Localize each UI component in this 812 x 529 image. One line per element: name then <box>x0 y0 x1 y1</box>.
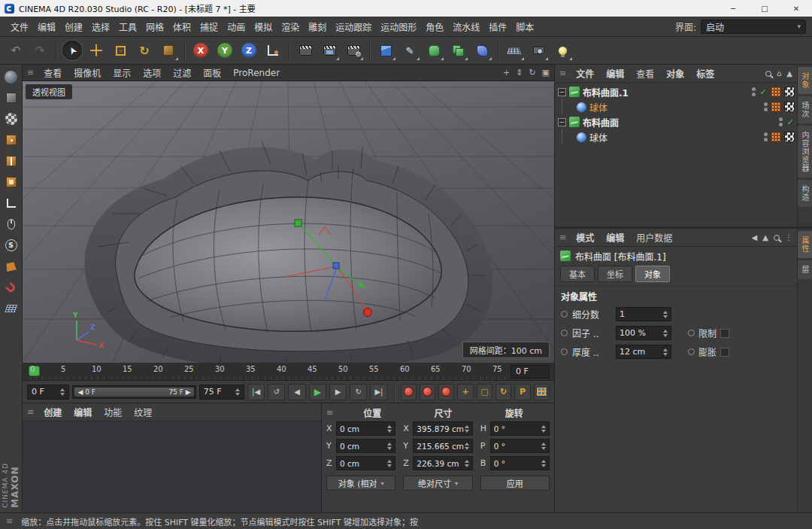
maximize-button[interactable]: □ <box>749 0 780 17</box>
object-label[interactable]: 球体 <box>589 101 607 114</box>
current-frame-spinner[interactable]: 0 F <box>27 385 69 400</box>
om-menu-file[interactable]: 文件 <box>570 65 600 81</box>
menu-character[interactable]: 角色 <box>421 18 448 35</box>
menu-snap[interactable]: 捕捉 <box>195 18 223 35</box>
menu-sculpt[interactable]: 雕刻 <box>304 18 331 35</box>
tab-objects[interactable]: 对象 <box>798 67 812 94</box>
material-list-area[interactable] <box>23 421 321 512</box>
menu-motion-tracker[interactable]: 运动跟踪 <box>331 18 376 35</box>
cloth-tag-icon[interactable] <box>771 132 781 142</box>
model-mode-button[interactable] <box>2 89 21 107</box>
points-mode-button[interactable] <box>2 131 21 149</box>
vp-menu-prorender[interactable]: ProRender <box>227 66 286 80</box>
position-x-field[interactable]: 0 cm <box>336 421 395 436</box>
goto-next-key-button[interactable]: ↻ <box>350 384 367 400</box>
tab-layers[interactable]: 层 <box>798 260 812 279</box>
object-label[interactable]: 布料曲面.1 <box>583 86 629 99</box>
collapse-icon[interactable]: − <box>558 118 566 126</box>
viewport-zoom-icon[interactable]: ⇕ <box>516 68 523 78</box>
up-icon[interactable]: ▲ <box>786 69 792 78</box>
rotation-h-field[interactable]: 0 ° <box>490 421 550 436</box>
vp-menu-display[interactable]: 显示 <box>107 65 137 81</box>
viewport-pan-icon[interactable]: + <box>503 68 510 78</box>
deformer-button[interactable] <box>471 39 493 62</box>
axis-y-lock-button[interactable]: Y <box>214 39 236 62</box>
menu-plugins[interactable]: 插件 <box>484 18 511 35</box>
workplane-button[interactable] <box>2 257 21 275</box>
vp-menu-options[interactable]: 选项 <box>137 65 167 81</box>
apply-button[interactable]: 应用 <box>480 476 550 491</box>
size-mode-dropdown[interactable]: 绝对尺寸▾ <box>403 476 472 491</box>
render-view-button[interactable] <box>294 39 317 62</box>
key-scale-toggle[interactable]: ▢ <box>477 384 492 400</box>
tab-attributes[interactable]: 属性 <box>798 231 812 258</box>
play-button[interactable]: ▶ <box>309 384 326 400</box>
om-menu-objects[interactable]: 对象 <box>660 65 690 81</box>
om-menu-edit[interactable]: 编辑 <box>600 65 630 81</box>
rotate-tool-button[interactable]: ↻ <box>133 39 156 62</box>
rotation-b-field[interactable]: 0 ° <box>490 456 550 470</box>
coordinate-system-button[interactable] <box>262 39 284 62</box>
interface-select[interactable]: 启动 ▾ <box>701 20 806 34</box>
enable-snap-button[interactable]: S <box>2 236 21 254</box>
panel-grip-icon[interactable]: ≡ <box>27 407 34 417</box>
search-icon[interactable] <box>774 235 780 241</box>
om-menu-view[interactable]: 查看 <box>630 65 660 81</box>
om-menu-tags[interactable]: 标签 <box>690 65 720 81</box>
viewport-canvas[interactable]: Y X Z 透视视图 网格间距：100 cm <box>23 81 554 363</box>
live-selection-button[interactable]: ➤ <box>61 39 83 62</box>
collider-tag-icon[interactable] <box>784 87 795 97</box>
lock-workplane-button[interactable] <box>2 278 21 296</box>
menu-create[interactable]: 创建 <box>60 18 87 35</box>
home-icon[interactable]: ⌂ <box>777 69 781 78</box>
am-menu-userdata[interactable]: 用户数据 <box>630 230 678 245</box>
viewport-solo-button[interactable] <box>2 215 21 233</box>
coord-mode-dropdown[interactable]: 对象 (相对▾ <box>326 476 395 491</box>
panel-grip-icon[interactable]: ≡ <box>326 408 333 418</box>
menu-edit[interactable]: 编辑 <box>33 18 60 35</box>
frame-range-slider[interactable]: ◀ 0 F 75 F ▶ <box>72 385 195 399</box>
gizmo-z-handle[interactable] <box>333 263 339 269</box>
panel-grip-icon[interactable]: ≡ <box>27 68 34 78</box>
keyframe-selection-record-button[interactable] <box>438 384 454 400</box>
object-row-sphere-1[interactable]: 球体 <box>555 99 797 114</box>
gizmo-x-handle[interactable] <box>364 309 372 317</box>
menu-render[interactable]: 渲染 <box>277 18 304 35</box>
visibility-dots[interactable] <box>752 87 756 96</box>
goto-prev-key-button[interactable]: ↺ <box>268 384 285 400</box>
visibility-dots[interactable] <box>764 102 768 111</box>
tab-takes[interactable]: 场次 <box>798 96 812 123</box>
limit-checkbox[interactable] <box>720 329 729 338</box>
move-tool-button[interactable] <box>85 39 108 62</box>
animation-dot-icon[interactable] <box>688 348 695 355</box>
menu-mesh[interactable]: 网格 <box>141 18 168 35</box>
mat-menu-create[interactable]: 创建 <box>38 404 68 420</box>
goto-start-button[interactable]: |◀ <box>247 384 265 400</box>
ruler-frame-field[interactable]: 0 F <box>511 365 550 379</box>
tab-content-browser[interactable]: 内容浏览器 <box>798 126 812 178</box>
last-tool-button[interactable] <box>157 39 180 62</box>
axis-x-lock-button[interactable]: X <box>189 39 212 62</box>
position-z-field[interactable]: 0 cm <box>336 456 395 470</box>
camera-button[interactable] <box>527 39 550 62</box>
animation-dot-icon[interactable] <box>561 311 568 318</box>
polygons-mode-button[interactable] <box>2 173 21 191</box>
timeline-ticks[interactable]: 0 5 10 15 20 25 30 35 40 45 50 55 60 65 … <box>27 363 506 380</box>
menu-animate[interactable]: 动画 <box>223 18 250 35</box>
spline-pen-button[interactable]: ✎ <box>398 39 421 62</box>
panel-grip-icon[interactable]: ≡ <box>559 233 566 242</box>
generator-array-button[interactable] <box>447 39 469 62</box>
enabled-check-icon[interactable]: ✓ <box>759 87 768 97</box>
goto-prev-frame-button[interactable]: ◀ <box>288 384 305 400</box>
subdivision-surface-button[interactable] <box>423 39 445 62</box>
factor-field[interactable]: 100 % <box>616 326 671 340</box>
planar-workplane-button[interactable] <box>2 299 21 318</box>
menu-pipeline[interactable]: 流水线 <box>448 18 484 35</box>
cloth-tag-icon[interactable] <box>771 102 781 112</box>
menu-simulate[interactable]: 模拟 <box>250 18 277 35</box>
collider-tag-icon[interactable] <box>784 132 795 142</box>
render-settings-button[interactable]: ⚙ <box>342 39 365 62</box>
menu-select[interactable]: 选择 <box>87 18 114 35</box>
visibility-dots[interactable] <box>779 117 783 126</box>
mat-menu-texture[interactable]: 纹理 <box>128 404 158 420</box>
